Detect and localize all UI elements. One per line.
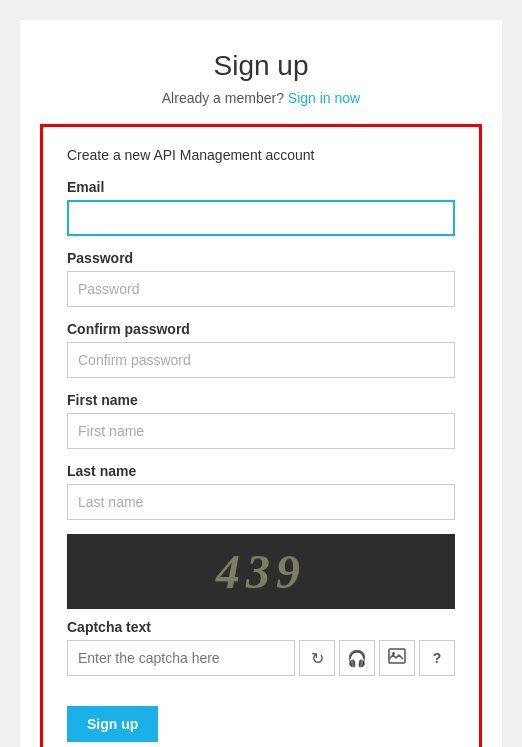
password-label: Password <box>67 250 455 266</box>
captcha-input[interactable] <box>67 640 295 676</box>
form-description: Create a new API Management account <box>67 147 455 163</box>
audio-icon: 🎧 <box>347 649 367 668</box>
captcha-help-button[interactable]: ? <box>419 640 455 676</box>
help-icon: ? <box>433 650 442 666</box>
first-name-label: First name <box>67 392 455 408</box>
confirm-password-label: Confirm password <box>67 321 455 337</box>
confirm-password-input[interactable] <box>67 342 455 378</box>
captcha-refresh-button[interactable]: ↻ <box>299 640 335 676</box>
captcha-image-button[interactable] <box>379 640 415 676</box>
password-group: Password <box>67 250 455 307</box>
first-name-input[interactable] <box>67 413 455 449</box>
captcha-image: 439 <box>67 534 455 609</box>
confirm-password-group: Confirm password <box>67 321 455 378</box>
captcha-input-row: ↻ 🎧 ? <box>67 640 455 676</box>
captcha-numbers: 439 <box>215 544 306 599</box>
refresh-icon: ↻ <box>311 649 324 668</box>
last-name-group: Last name <box>67 463 455 520</box>
last-name-input[interactable] <box>67 484 455 520</box>
email-label: Email <box>67 179 455 195</box>
image-icon <box>388 648 406 668</box>
email-input[interactable] <box>67 200 455 236</box>
captcha-audio-button[interactable]: 🎧 <box>339 640 375 676</box>
signin-link[interactable]: Sign in now <box>288 90 360 106</box>
page-title: Sign up <box>214 50 309 82</box>
signup-form: Create a new API Management account Emai… <box>40 124 482 747</box>
first-name-group: First name <box>67 392 455 449</box>
signup-button[interactable]: Sign up <box>67 706 158 742</box>
last-name-label: Last name <box>67 463 455 479</box>
password-input[interactable] <box>67 271 455 307</box>
page-container: Sign up Already a member? Sign in now Cr… <box>20 20 502 747</box>
signin-prompt: Already a member? Sign in now <box>162 90 360 106</box>
captcha-group: 439 Captcha text ↻ 🎧 <box>67 534 455 676</box>
email-group: Email <box>67 179 455 236</box>
captcha-label: Captcha text <box>67 619 455 635</box>
